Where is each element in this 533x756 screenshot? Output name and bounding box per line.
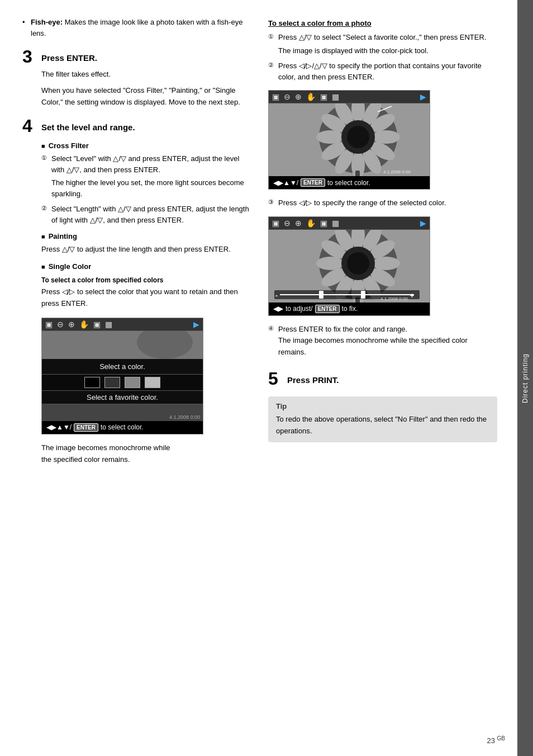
camera-timestamp-1: 4.1.2008 0:00 <box>169 414 200 420</box>
from-photo-item4-text2: The image becomes monochrome while the s… <box>278 335 497 358</box>
cam-icon3-grid1: ▣ <box>320 219 327 228</box>
step3-title: Press ENTER. <box>41 48 97 64</box>
camera-toolbar-2: ▣ ⊖ ⊕ ✋ ▣ ▦ ▶ <box>269 91 430 103</box>
camera-ui-2: ▣ ⊖ ⊕ ✋ ▣ ▦ ▶ <box>268 90 430 190</box>
right-column: To select a color from a photo ① Press △… <box>268 17 497 739</box>
after-camera1-line2: the specified color remains. <box>41 454 251 466</box>
cam-icon3-forward: ▶ <box>420 219 426 228</box>
cam-icon-zoom-out: ⊖ <box>57 320 64 329</box>
cam-icon2-hand: ✋ <box>306 92 316 101</box>
cross-filter-item1-circle: ① <box>41 153 47 163</box>
svg-text:+: + <box>410 292 414 300</box>
step5-heading: 5 Press PRINT. <box>268 370 497 388</box>
step4-number: 4 <box>22 117 36 135</box>
caption-text-3b: to fix. <box>342 305 358 313</box>
cam-icon2-forward: ▶ <box>420 92 426 101</box>
side-tab: Direct printing <box>517 0 533 756</box>
step5-title: Press PRINT. <box>287 370 339 386</box>
step3-body1: The filter takes effect. When you have s… <box>41 69 251 108</box>
svg-rect-18 <box>355 171 360 176</box>
cam-icon-zoom-in: ⊕ <box>68 320 75 329</box>
from-photo-heading: To select a color from a photo <box>268 19 497 27</box>
bg-svg <box>42 331 203 359</box>
cam-icon-grid1: ▣ <box>93 320 101 329</box>
step3-number: 3 <box>22 48 36 65</box>
cam-icon-hand: ✋ <box>79 320 89 329</box>
left-column: Fish-eye: Makes the image look like a ph… <box>22 17 251 739</box>
from-photo-item1-text2: The image is displayed with the color-pi… <box>278 45 497 56</box>
camera-image-2: 4.1.2008 0:00 <box>269 103 430 176</box>
tip-label: Tip <box>276 402 489 410</box>
cam-icon2-grid2: ▦ <box>332 92 339 101</box>
swatch-gray <box>125 377 140 388</box>
single-color-heading: Single Color <box>41 262 251 271</box>
caption-arrows-1: ◀▶▲▼/ <box>46 423 72 431</box>
svg-point-17 <box>347 126 369 148</box>
painting-heading: Painting <box>41 232 251 240</box>
tip-text: To redo the above operations, select "No… <box>276 414 489 437</box>
cam-icon3-image: ▣ <box>272 219 279 228</box>
step3-body2-text: When you have selected "Cross Filter," "… <box>41 85 251 108</box>
page-num: 23 <box>487 736 494 745</box>
step5-number: 5 <box>268 370 282 388</box>
step4-title: Set the level and range. <box>41 117 135 133</box>
from-photo-item1-circle: ① <box>268 32 274 41</box>
camera-image-bg <box>42 331 203 359</box>
cam-icon3-zoom-in: ⊕ <box>295 219 302 228</box>
after-camera1-line1: The image becomes monochrome while <box>41 442 251 454</box>
cam-icon2-zoom-out: ⊖ <box>284 92 291 101</box>
camera-image-3: - + 4.1.2008 0:00 <box>269 230 430 303</box>
from-photo-item4: ④ Press ENTER to fix the color and range… <box>268 324 497 358</box>
after-camera1-text: The image becomes monochrome while the s… <box>41 442 251 466</box>
cam-icon3-grid2: ▦ <box>332 219 339 228</box>
from-photo-item4-circle: ④ <box>268 324 274 333</box>
page-container: Fish-eye: Makes the image look like a ph… <box>0 0 533 756</box>
cam-icon-grid2: ▦ <box>105 320 112 329</box>
svg-rect-39 <box>280 294 414 295</box>
painting-body: Press △/▽ to adjust the line length and … <box>41 244 251 256</box>
camera-toolbar-1: ▣ ⊖ ⊕ ✋ ▣ ▦ ▶ <box>42 318 203 331</box>
cross-filter-section: Cross Filter ① Select "Level" with △/▽ a… <box>41 141 251 309</box>
cam-icon-image: ▣ <box>45 320 53 329</box>
swatch-darkgray <box>104 377 120 388</box>
cam-icon-forward: ▶ <box>193 320 199 329</box>
svg-text:-: - <box>275 292 278 300</box>
svg-rect-42 <box>319 291 323 299</box>
main-content: Fish-eye: Makes the image look like a ph… <box>0 0 517 756</box>
caption-text-2: to select color. <box>327 179 370 187</box>
caption-arrows-2: ◀▶▲▼/ <box>273 179 298 187</box>
caption-text-3a: to adjust/ <box>285 305 313 313</box>
cam-icon2-zoom-in: ⊕ <box>295 92 302 101</box>
cross-filter-item1-text: Select "Level" with △/▽ and press ENTER,… <box>51 154 239 174</box>
from-photo-item2: ② Press ◁/▷/△/▽ to specify the portion t… <box>268 60 497 82</box>
cross-filter-item2-text: Select "Length" with △/▽ and press ENTER… <box>51 205 249 224</box>
from-photo-item2-circle: ② <box>268 60 274 70</box>
sunflower-svg-2: 4.1.2008 0:00 <box>269 103 430 176</box>
cross-filter-heading: Cross Filter <box>41 141 251 150</box>
camera-fav-label: Select a favorite color. <box>42 391 203 404</box>
page-suffix: GB <box>497 735 505 741</box>
swatch-black <box>84 377 100 388</box>
camera-select-label: Select a color. <box>42 359 203 375</box>
tip-box: Tip To redo the above operations, select… <box>268 396 497 443</box>
cross-filter-item2: ② Select "Length" with △/▽ and press ENT… <box>41 204 251 225</box>
from-photo-item3: ③ Press ◁/▷ to specify the range of the … <box>268 197 497 209</box>
step3-heading: 3 Press ENTER. <box>22 48 251 65</box>
camera-bottom-image: 4.1.2008 0:00 <box>42 404 203 421</box>
svg-point-26 <box>372 257 400 270</box>
from-photo-item2-text: Press ◁/▷/△/▽ to specify the portion tha… <box>278 62 482 81</box>
from-photo-heading-text: To select a color from a photo <box>268 19 372 27</box>
camera-caption-3: ◀▶ to adjust/ ENTER to fix. <box>269 303 430 315</box>
cam-icon3-zoom-out: ⊖ <box>284 219 291 228</box>
step3-body1-text: The filter takes effect. <box>41 69 251 81</box>
camera-swatches <box>42 375 203 391</box>
svg-point-13 <box>316 130 344 144</box>
side-tab-label: Direct printing <box>521 353 529 403</box>
cam-icon3-hand: ✋ <box>306 219 316 228</box>
cam-icon2-image: ▣ <box>272 92 279 101</box>
svg-text:4.1.2008 0:00: 4.1.2008 0:00 <box>380 296 408 301</box>
svg-point-32 <box>316 257 344 270</box>
caption-arrow-left: ◀▶ <box>273 305 283 313</box>
fisheye-desc: Makes the image look like a photo taken … <box>31 18 242 37</box>
svg-rect-43 <box>361 291 365 299</box>
